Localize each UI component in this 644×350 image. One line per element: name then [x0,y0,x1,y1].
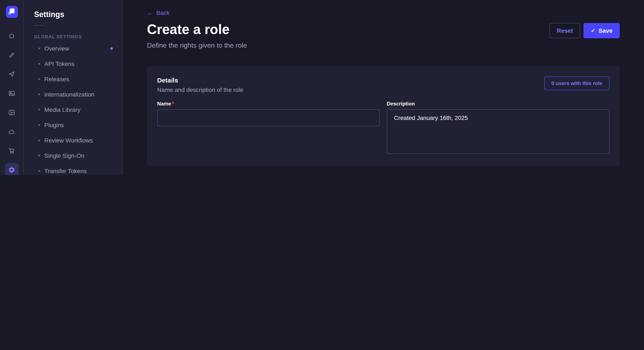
check-icon: ✓ [591,28,595,33]
name-label-text: Name [157,101,171,107]
item-bullet [38,140,40,141]
header-actions: Reset ✓ Save [550,23,620,38]
home-nav-button[interactable] [5,29,18,42]
sidebar-item-label: Internationalization [44,91,94,98]
layout-icon [8,109,15,116]
sidebar-item-label: Plugins [44,122,64,128]
name-field-group: Name* [157,101,380,126]
sidebar-item-releases[interactable]: Releases [24,71,122,87]
back-arrow-icon: ← [147,9,153,16]
media-library-nav-button[interactable] [5,86,18,100]
content-type-builder-nav-button[interactable] [5,105,18,119]
app-window: KD Settings GLOBAL SETTINGS Overview API… [0,0,644,175]
sidebar-item-api-tokens[interactable]: API Tokens [24,56,122,71]
deployments-nav-button[interactable] [5,125,18,138]
details-card: Details Name and description of the role… [147,66,620,166]
section-global-settings: GLOBAL SETTINGS Overview API Tokens Rele… [24,34,122,175]
required-mark: * [172,101,174,107]
item-bullet [38,48,40,49]
page-header: Create a role Reset ✓ Save [147,21,620,38]
details-header: Details Name and description of the role… [157,77,610,93]
details-title: Details [157,77,244,84]
back-link[interactable]: ← Back [147,9,170,16]
sidebar-item-label: API Tokens [44,60,74,67]
users-with-role-badge[interactable]: 0 users with this role [544,77,610,90]
back-link-label: Back [156,9,170,16]
settings-nav-button[interactable] [5,163,18,175]
item-bullet [38,63,40,65]
gear-icon [8,166,15,173]
details-subtitle: Name and description of the role [157,86,244,93]
description-field-group: Description Created January 16th, 2025 [387,101,610,156]
sidebar-item-internationalization[interactable]: Internationalization [24,87,122,102]
reset-button[interactable]: Reset [550,23,580,38]
sidebar-item-label: Review Workflows [44,137,93,144]
sidebar-item-transfer-tokens[interactable]: Transfer Tokens [24,163,122,175]
sidebar-item-label: Overview [44,45,69,52]
item-bullet [38,124,40,126]
item-bullet [38,155,40,157]
pen-icon [8,51,15,58]
sidebar-item-label: Single Sign-On [44,152,84,159]
page-title: Create a role [147,21,230,38]
sidebar-item-label: Media Library [44,106,80,113]
paper-plane-icon [8,70,15,78]
item-bullet [38,170,40,172]
images-icon [8,90,15,97]
strapi-logo-mark-tail [8,12,11,14]
content-manager-nav-button[interactable] [5,48,18,62]
name-field-label: Name* [157,101,380,107]
description-textarea[interactable]: Created January 16th, 2025 [387,109,610,154]
rail-icon-list [5,29,18,175]
item-bullet [38,78,40,80]
strapi-logo [6,6,18,18]
marketplace-nav-button[interactable] [5,144,18,157]
save-button-label: Save [599,27,612,34]
item-bullet [38,94,40,95]
section-label: GLOBAL SETTINGS [24,34,122,39]
save-button[interactable]: ✓ Save [584,23,620,38]
releases-nav-button[interactable] [5,67,18,81]
sidebar-item-overview[interactable]: Overview [24,41,122,56]
sidebar-title: Settings [24,10,122,19]
cart-icon [8,147,15,154]
page-subtitle: Define the rights given to the role [147,42,620,49]
sidebar-item-label: Transfer Tokens [44,168,87,174]
sidebar-item-single-sign-on[interactable]: Single Sign-On [24,148,122,163]
item-bullet [38,109,40,111]
sidebar-item-media-library[interactable]: Media Library [24,102,122,117]
main-nav-rail: KD [0,0,24,175]
description-field-label: Description [387,101,610,107]
notification-dot-icon [110,47,113,50]
cloud-icon [8,128,15,135]
details-header-text: Details Name and description of the role [157,77,244,93]
sidebar-item-label: Releases [44,76,69,82]
sidebar-title-divider [34,25,44,25]
main-content: ← Back Create a role Reset ✓ Save Define… [123,0,644,175]
details-fields: Name* Description Created January 16th, … [157,101,610,156]
sidebar-item-plugins[interactable]: Plugins [24,117,122,133]
home-icon [8,32,15,39]
name-input[interactable] [157,109,380,126]
settings-sidebar: Settings GLOBAL SETTINGS Overview API To… [24,0,123,175]
sidebar-item-review-workflows[interactable]: Review Workflows [24,133,122,148]
